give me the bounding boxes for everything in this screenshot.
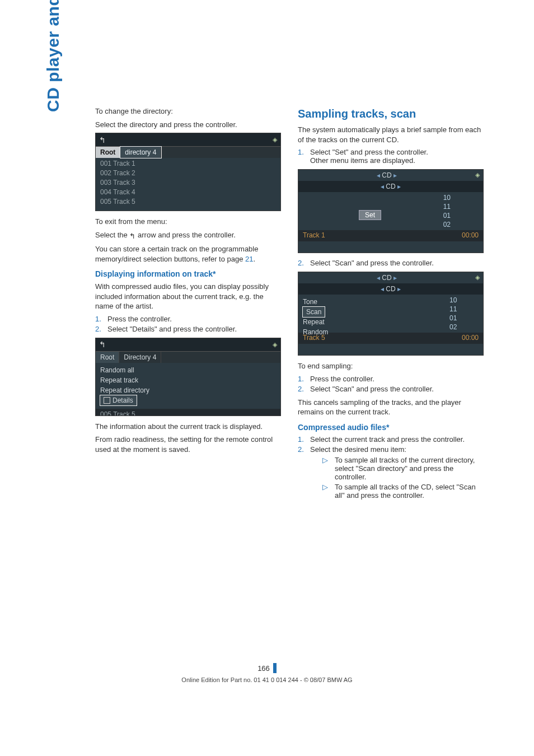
ss4-menu-item: Tone: [303, 297, 445, 307]
ss4-time-label: 00:00: [462, 334, 479, 342]
step1a: Select "Set" and press the controller.: [310, 148, 428, 156]
ss3-num: 01: [443, 211, 451, 220]
info-dot-icon: ◈: [475, 171, 480, 179]
ss3-subhead: ◂ CD ▸: [298, 181, 483, 192]
store-track-note-pre: You can store a certain track on the pro…: [95, 245, 258, 263]
ss4-sub-label: CD: [386, 285, 395, 293]
right-column: Sampling tracks, scan The system automat…: [298, 106, 484, 506]
chevron-left-icon: ◂: [381, 183, 386, 190]
ss2-tab-root: Root: [96, 352, 119, 363]
heading-displaying-info: Displaying information on track*: [95, 269, 281, 278]
change-directory-intro: To change the directory:: [95, 106, 281, 116]
chevron-right-icon: ▸: [394, 274, 397, 282]
step-number: 1.: [298, 435, 306, 444]
step-number: 1.: [95, 315, 103, 323]
ss4-menu-item-scan: Scan: [303, 307, 325, 317]
after-ss2-p1: The information about the current track …: [95, 422, 281, 432]
ss3-set-button: Set: [359, 210, 381, 220]
chevron-left-icon: ◂: [377, 274, 382, 282]
step2-label: Select the desired menu item:: [310, 445, 406, 454]
store-track-note: You can store a certain track on the pro…: [95, 244, 281, 264]
ss1-track-line: 001 Track 1: [100, 159, 276, 169]
ss3-track-label: Track 1: [303, 231, 325, 239]
back-arrow-icon: ↰: [129, 231, 135, 241]
chevron-right-icon: ▸: [396, 183, 401, 190]
exit-menu-action: Select the ↰ arrow and press the control…: [95, 230, 281, 241]
content-columns: To change the directory: Select the dire…: [95, 106, 484, 506]
ss3-num: 11: [443, 202, 451, 211]
step-number: 2.: [95, 325, 103, 333]
back-arrow-icon: ↰: [99, 340, 106, 349]
step-text: Select "Scan" and press the controller.: [310, 259, 434, 267]
footer-edition-line: Online Edition for Part no. 01 41 0 014 …: [0, 676, 534, 683]
list-item: 2.Select "Scan" and press the controller…: [298, 385, 484, 393]
step-number: 1.: [298, 148, 306, 156]
ss2-menu-item: Repeat directory: [100, 385, 276, 395]
chevron-right-icon: ▸: [394, 171, 397, 179]
ss4-head: ◂ CD ▸ ◈: [298, 272, 483, 283]
list-item: 1.Select the current track and press the…: [298, 435, 484, 444]
ss3-sub-label: CD: [386, 183, 395, 190]
exit-menu-action-post: arrow and press the controller.: [138, 231, 236, 239]
ss2-topbar: ↰ ◈: [96, 338, 280, 352]
screenshot-directory-list: ↰ ◈ Root directory 4 001 Track 1 002 Tra…: [95, 133, 281, 211]
back-arrow-icon: ↰: [99, 136, 106, 144]
ss2-bottom-track: 005 Track 5: [96, 409, 280, 416]
list-item: 1.Press the controller.: [298, 375, 484, 383]
ss1-tab-dir4: directory 4: [120, 147, 161, 158]
list-item: 2. Select the desired menu item: ▷To sam…: [298, 445, 484, 501]
compressed-sublist: ▷To sample all tracks of the current dir…: [322, 456, 484, 500]
ss3-head-label: CD: [382, 171, 391, 179]
ss2-menu-item: Random all: [100, 365, 276, 375]
left-column: To change the directory: Select the dire…: [95, 106, 281, 506]
ss4-menu-item: Repeat: [303, 317, 445, 327]
sampling-step2: 2.Select "Scan" and press the controller…: [298, 259, 484, 267]
ss2-menu-item-details: Details: [100, 395, 137, 405]
step-number: 2.: [298, 259, 306, 267]
ss3-head: ◂ CD ▸ ◈: [298, 170, 483, 181]
checkbox-icon: [104, 397, 110, 404]
page-footer: 166 Online Edition for Part no. 01 41 0 …: [0, 663, 534, 683]
list-item: 2.Select "Scan" and press the controller…: [298, 259, 484, 267]
ss4-numcol: 10 11 01 02: [449, 295, 483, 333]
page-link-21[interactable]: 21: [245, 255, 253, 263]
end-sampling-note: This cancels sampling of the tracks, and…: [298, 398, 484, 417]
exit-menu-intro: To exit from the menu:: [95, 217, 281, 227]
heading-compressed-audio: Compressed audio files*: [298, 423, 484, 432]
list-item: ▷To sample all tracks of the current dir…: [322, 456, 484, 481]
info-dot-icon: ◈: [475, 274, 480, 281]
ss1-tab-root: Root: [96, 147, 120, 158]
screenshot-details-menu: ↰ ◈ Root Directory 4 Random all Repeat t…: [95, 338, 281, 416]
ss4-track-label: Track 5: [303, 334, 325, 342]
step-number: 2.: [298, 445, 306, 454]
ss4-num: 10: [449, 296, 483, 305]
ss4-menu: Tone Scan Repeat Random: [298, 295, 449, 333]
end-sampling-intro: To end sampling:: [298, 361, 484, 371]
sub-text: To sample all tracks of the current dire…: [335, 456, 484, 481]
page: CD player and CD changer To change the d…: [0, 0, 534, 756]
ss1-track-line: 002 Track 2: [100, 169, 276, 178]
ss3-carousel: 10 11 01 02 Set: [298, 192, 483, 230]
details-label: Details: [113, 396, 133, 404]
ss1-track-line: 004 Track 4: [100, 188, 276, 197]
store-track-note-post: .: [254, 255, 256, 263]
change-directory-action: Select the directory and press the contr…: [95, 120, 281, 130]
step-text: Press the controller.: [310, 375, 374, 383]
step-number: 1.: [298, 375, 306, 383]
exit-menu-action-pre: Select the: [95, 231, 129, 239]
triangle-bullet-icon: ▷: [322, 456, 328, 481]
ss3-time-label: 00:00: [462, 231, 479, 239]
ss1-topbar: ↰ ◈: [96, 133, 280, 147]
sampling-step1: 1. Select "Set" and press the controller…: [298, 148, 484, 165]
step-text: Select the desired menu item: ▷To sample…: [310, 445, 484, 501]
ss2-tab-dir4: Directory 4: [119, 352, 161, 363]
displaying-info-paragraph: With compressed audio files, you can dis…: [95, 282, 281, 311]
screenshot-cd-scan: ◂ CD ▸ ◈ ◂ CD ▸ Tone Scan Repeat Random: [298, 272, 484, 356]
end-sampling-steps: 1.Press the controller. 2.Select "Scan" …: [298, 375, 484, 393]
displaying-info-steps: 1.Press the controller. 2.Select "Detail…: [95, 315, 281, 333]
ss1-track-list: 001 Track 1 002 Track 2 003 Track 3 004 …: [96, 158, 280, 210]
sampling-intro: The system automatically plays a brief s…: [298, 125, 484, 144]
step1b: Other menu items are displayed.: [310, 156, 415, 165]
step-text: Select the current track and press the c…: [310, 435, 465, 444]
ss2-menu: Random all Repeat track Repeat directory…: [96, 363, 280, 409]
